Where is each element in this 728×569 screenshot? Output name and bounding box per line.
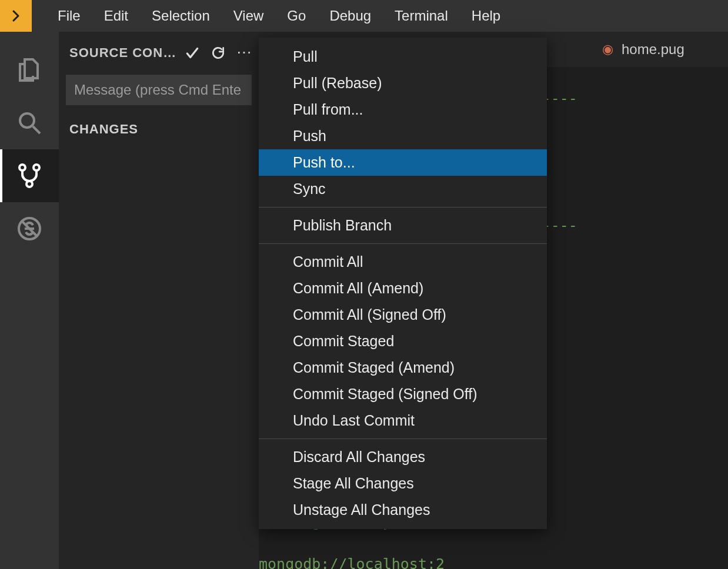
commit-message-input[interactable]: [66, 75, 252, 105]
changes-section-header[interactable]: CHANGES: [59, 117, 259, 142]
app-icon: [0, 0, 32, 32]
ctx-item-commit-staged[interactable]: Commit Staged: [259, 328, 547, 354]
svg-point-1: [19, 165, 25, 170]
sidebar-title: SOURCE CONT…: [69, 45, 179, 61]
source-control-icon: [15, 162, 44, 190]
refresh-icon[interactable]: [211, 45, 226, 61]
ctx-item-undo-last-commit[interactable]: Undo Last Commit: [259, 407, 547, 434]
source-control-sidebar: SOURCE CONT… ⋯ CHANGES: [59, 32, 259, 569]
ctx-separator: [259, 439, 547, 439]
more-actions-icon[interactable]: ⋯: [236, 43, 252, 62]
scm-more-actions-menu: PullPull (Rebase)Pull from...PushPush to…: [259, 38, 547, 529]
pug-icon: ◉: [602, 42, 613, 57]
ctx-item-commit-all-amend[interactable]: Commit All (Amend): [259, 275, 547, 302]
sidebar-actions: ⋯: [185, 43, 252, 62]
ctx-item-commit-all-signed-off[interactable]: Commit All (Signed Off): [259, 302, 547, 328]
tab-label: home.pug: [622, 41, 684, 58]
ctx-item-commit-staged-signed-off[interactable]: Commit Staged (Signed Off): [259, 381, 547, 407]
menu-items: File Edit Selection View Go Debug Termin…: [32, 0, 512, 32]
ctx-item-pull-rebase[interactable]: Pull (Rebase): [259, 70, 547, 96]
ctx-separator: [259, 243, 547, 244]
svg-point-2: [34, 165, 39, 170]
commit-message-box: [66, 75, 252, 105]
menu-file[interactable]: File: [46, 0, 92, 32]
activity-search[interactable]: [0, 96, 59, 149]
chevron-right-icon: [9, 9, 23, 23]
menu-debug[interactable]: Debug: [318, 0, 383, 32]
ctx-item-commit-staged-amend[interactable]: Commit Staged (Amend): [259, 354, 547, 381]
ctx-item-pull[interactable]: Pull: [259, 43, 547, 70]
sidebar-header: SOURCE CONT… ⋯: [59, 32, 259, 70]
bug-disabled-icon: [15, 215, 44, 243]
ctx-item-publish-branch[interactable]: Publish Branch: [259, 212, 547, 239]
activity-explorer[interactable]: [0, 43, 59, 96]
tab-home-pug[interactable]: ◉ home.pug: [588, 32, 699, 67]
menu-go[interactable]: Go: [275, 0, 318, 32]
ctx-item-push[interactable]: Push: [259, 123, 547, 149]
activity-source-control[interactable]: [0, 149, 59, 202]
search-icon: [15, 109, 44, 137]
ctx-item-commit-all[interactable]: Commit All: [259, 249, 547, 275]
menu-help[interactable]: Help: [460, 0, 512, 32]
menu-terminal[interactable]: Terminal: [383, 0, 460, 32]
ctx-item-pull-from[interactable]: Pull from...: [259, 96, 547, 123]
ctx-item-discard-all-changes[interactable]: Discard All Changes: [259, 444, 547, 470]
files-icon: [15, 56, 44, 84]
commit-icon[interactable]: [185, 45, 200, 61]
menu-selection[interactable]: Selection: [140, 0, 222, 32]
menu-bar: File Edit Selection View Go Debug Termin…: [0, 0, 728, 32]
code-text: mongodb://localhost:2: [259, 555, 445, 569]
menu-view[interactable]: View: [222, 0, 276, 32]
ctx-item-sync[interactable]: Sync: [259, 176, 547, 202]
ctx-separator: [259, 207, 547, 207]
menu-edit[interactable]: Edit: [92, 0, 140, 32]
svg-point-0: [20, 113, 34, 128]
ctx-item-stage-all-changes[interactable]: Stage All Changes: [259, 470, 547, 497]
activity-debug[interactable]: [0, 202, 59, 255]
ctx-item-unstage-all-changes[interactable]: Unstage All Changes: [259, 497, 547, 523]
ctx-item-push-to[interactable]: Push to...: [259, 149, 547, 176]
activity-bar: [0, 32, 59, 569]
